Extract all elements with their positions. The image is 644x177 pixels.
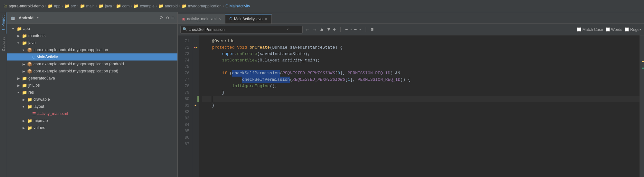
tree-arrow-jniLibs: ▶ — [17, 84, 22, 87]
annotation-override: @Override — [202, 38, 234, 44]
tab-icon-java: C — [229, 17, 232, 21]
gutter-75 — [192, 64, 199, 70]
tree-arrow-layout: ▾ — [23, 105, 27, 108]
tree-arrow-app: ▾ — [12, 27, 17, 31]
tree-item-pkg-test[interactable]: ▶ 📦 com.example.android.myagoraapplicati… — [7, 68, 177, 75]
search-clear-button[interactable]: ✕ — [287, 27, 289, 32]
bc-com: com — [122, 4, 130, 8]
project-panel-label[interactable]: 1: Project — [1, 12, 6, 33]
search-prev-occurrence[interactable]: ← — [305, 26, 310, 33]
tree-item-mipmap[interactable]: ▶ 📁 mipmap — [7, 117, 177, 124]
tree-label-mipmap: mipmap — [33, 118, 48, 123]
bc-android-icon: 📁 — [158, 4, 164, 8]
sync-icon[interactable]: ⟳ — [160, 15, 164, 21]
gutter: ● ▶ ◆ — [192, 35, 199, 177]
tree-label-generatedJava: generatedJava — [28, 76, 55, 80]
gutter-73 — [192, 51, 199, 57]
bc-myagora: myagoraapplication — [188, 4, 222, 8]
regex-label: Regex — [630, 27, 641, 32]
captures-label[interactable]: Captures — [1, 33, 6, 54]
dropdown-arrow[interactable]: ▾ — [37, 16, 39, 20]
pkg-icon-test: 📦 — [27, 69, 32, 74]
search-find-usages-icon[interactable]: ⊕ — [333, 27, 336, 32]
cursor: ​ — [212, 96, 212, 102]
tree-item-layout[interactable]: ▾ 📁 layout — [7, 103, 177, 110]
tree-item-pkg-main[interactable]: ▾ 📦 com.example.android.myagoraapplicati… — [7, 46, 177, 53]
gutter-80 — [192, 96, 199, 102]
tree-item-mainactivity[interactable]: ▶ C MainActivity — [7, 53, 177, 61]
tree-item-jniLibs[interactable]: ▶ 📁 jniLibs — [7, 82, 177, 89]
search-input[interactable] — [189, 27, 285, 32]
tree-item-java[interactable]: ▾ 📁 java — [7, 39, 177, 46]
tree-item-activity-main-xml[interactable]: ▶ ☰ activity_main.xml — [7, 110, 177, 117]
tab-activity-main-xml[interactable]: ▣ activity_main.xml ✕ — [178, 14, 225, 23]
search-filter2-icon[interactable]: ⋯ — [350, 27, 352, 32]
search-scroll-down[interactable]: ▼ — [326, 27, 331, 33]
search-filter1-icon[interactable]: ⋯ — [345, 27, 348, 32]
tree-item-values[interactable]: ▶ 📁 values — [7, 124, 177, 131]
gutter-72: ● ▶ — [192, 44, 199, 51]
bc-java-icon: 📁 — [99, 4, 104, 8]
regex-checkbox[interactable] — [625, 27, 629, 32]
tab-label-mainactivity: MainActivity.java — [234, 17, 262, 21]
tree-item-manifests[interactable]: ▶ 📁 manifests — [7, 32, 177, 39]
search-highlight-77: checkSelfPermission — [242, 77, 290, 83]
folder-icon-layout: 📁 — [27, 104, 32, 109]
search-funnel-icon[interactable]: ⊟ — [371, 27, 373, 32]
search-filter4-icon[interactable]: ⋯ — [359, 27, 361, 32]
tree-item-pkg-android[interactable]: ▶ 📦 com.example.android.myagoraapplicati… — [7, 61, 177, 68]
gutter-81: ◆ — [192, 102, 199, 109]
tree-item-generatedJava[interactable]: ▶ 📁 generatedJava — [7, 75, 177, 82]
tree-arrow-manifests: ▶ — [17, 34, 22, 38]
regex-option[interactable]: Regex — [625, 27, 641, 32]
line-numbers: 71 72 73 74 75 76 77 78 79 80 81 82 83 8… — [178, 35, 192, 177]
code-line-75 — [202, 64, 639, 70]
code-line-84 — [202, 122, 639, 128]
layout-icon[interactable]: ⊞ — [172, 15, 174, 21]
tree-label-values: values — [33, 126, 45, 130]
tab-close-mainactivity[interactable]: ✕ — [265, 17, 268, 21]
match-case-option[interactable]: Match Case — [577, 27, 603, 32]
settings-icon[interactable]: ⚙ — [166, 15, 169, 21]
folder-icon-drawable: 📁 — [27, 97, 32, 102]
tree-item-drawable[interactable]: ▶ 📁 drawable — [7, 96, 177, 103]
code-line-82 — [202, 109, 639, 115]
code-line-73: super.onCreate(savedInstanceState); — [202, 51, 639, 57]
java-icon-mainactivity: C — [32, 55, 35, 60]
right-marker-1 — [642, 61, 644, 62]
tab-mainactivity-java[interactable]: C MainActivity.java ✕ — [225, 14, 271, 23]
project-panel: 🤖 Android ▾ ⟳ ⚙ ⊞ ▾ 📁 app ▶ 📁 manif — [7, 12, 178, 177]
tab-close-activity-main[interactable]: ✕ — [218, 17, 221, 21]
gutter-87 — [192, 141, 199, 147]
folder-icon-manifests: 📁 — [22, 33, 27, 38]
folder-icon-java: 📁 — [22, 41, 27, 45]
search-options: Match Case Words Regex — [577, 27, 641, 32]
search-highlight-76: checkSelfPermission — [232, 70, 280, 77]
search-magnifier-icon: 🔍 — [183, 27, 187, 32]
search-bar: 🔍 ✕ ← → ▲ ▼ ⊕ | ⋯ ⋯ ⋯ ⋯ | ⊟ Match Case — [178, 24, 644, 35]
xml-icon-activity-main: ☰ — [32, 111, 36, 116]
words-option[interactable]: Words — [606, 27, 622, 32]
search-filter3-icon[interactable]: ⋯ — [354, 27, 357, 32]
right-gutter-strip — [639, 35, 644, 177]
side-panel-labels: 1: Project Captures — [0, 12, 7, 177]
tree-item-app[interactable]: ▾ 📁 app — [7, 25, 177, 32]
tree-label-java: java — [28, 41, 36, 45]
words-checkbox[interactable] — [606, 27, 610, 32]
match-case-label: Match Case — [582, 27, 603, 32]
right-marker-2 — [642, 68, 644, 69]
search-scroll-up[interactable]: ▲ — [319, 27, 325, 33]
tree-item-res[interactable]: ▾ 📁 res — [7, 89, 177, 96]
gutter-76 — [192, 70, 199, 77]
breadcrumb-project: agora-android-demo — [9, 4, 44, 8]
search-next-occurrence[interactable]: → — [312, 26, 317, 33]
folder-icon-res: 📁 — [22, 90, 27, 95]
bc-app: app — [54, 4, 61, 8]
tree-arrow-pkg-android: ▶ — [23, 62, 27, 66]
title-bar: 🗂 agora-android-demo › 📁 app › 📁 src › 📁… — [0, 0, 644, 12]
folder-icon-generatedJava: 📁 — [22, 76, 27, 81]
code-line-76: if (checkSelfPermission(REQUESTED_PERMIS… — [202, 70, 639, 77]
folder-icon-mipmap: 📁 — [27, 118, 32, 123]
code-content[interactable]: @Override protected void onCreate(Bundle… — [199, 35, 639, 177]
match-case-checkbox[interactable] — [577, 27, 581, 32]
